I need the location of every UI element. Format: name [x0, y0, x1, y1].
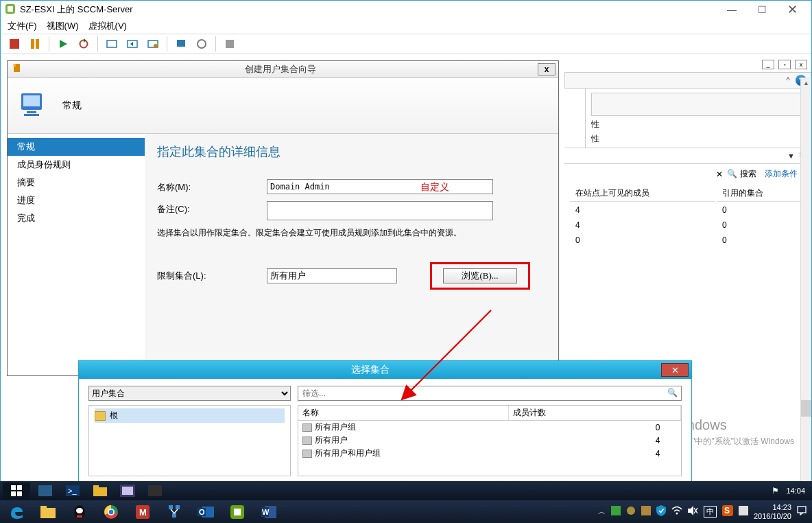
svg-point-17: [13, 64, 16, 67]
table-row[interactable]: 40: [570, 218, 806, 232]
host-word-button[interactable]: W: [254, 502, 284, 522]
host-app-network[interactable]: [159, 502, 189, 522]
collection-table: 在站点上可见的成员 引用的集合 40 40 00: [569, 184, 807, 248]
inner-close-button[interactable]: x: [795, 60, 807, 69]
col-count[interactable]: 成员计数: [509, 406, 681, 421]
tray-app-icon-2[interactable]: [626, 506, 636, 518]
filter-input[interactable]: [298, 386, 682, 401]
browse-button[interactable]: 浏览(B)...: [443, 268, 517, 283]
col-name[interactable]: 名称: [298, 406, 509, 421]
nav-membership[interactable]: 成员身份规则: [8, 156, 145, 174]
svg-rect-34: [122, 487, 133, 495]
host-edge-button[interactable]: [1, 502, 32, 522]
guest-tray-flag-icon[interactable]: ⚑: [772, 486, 779, 496]
pause-icon[interactable]: [28, 37, 42, 51]
svg-rect-66: [739, 506, 748, 515]
tray-sogou-icon[interactable]: S: [722, 505, 733, 518]
close-button[interactable]: ✕: [777, 1, 807, 18]
menu-vm[interactable]: 虚拟机(V): [88, 20, 127, 32]
guest-start-button[interactable]: [3, 483, 30, 499]
add-condition-link[interactable]: 添加条件 ▼: [765, 168, 806, 180]
guest-task-console[interactable]: [143, 483, 167, 499]
clear-search-button[interactable]: ✕: [716, 170, 723, 179]
host-clock[interactable]: 14:23 2016/10/20: [754, 503, 791, 521]
stop-icon[interactable]: [8, 37, 21, 51]
tree-root-item[interactable]: 根: [95, 408, 285, 423]
host-app-red[interactable]: M: [128, 502, 158, 522]
svg-point-60: [676, 513, 678, 515]
col-visible-members[interactable]: 在站点上可见的成员: [570, 185, 715, 202]
tray-ime-label[interactable]: 中: [704, 506, 717, 518]
maximize-button[interactable]: ☐: [747, 1, 777, 18]
svg-rect-1: [8, 6, 13, 12]
collection-type-select[interactable]: 用户集合: [88, 386, 291, 401]
tray-shield-icon[interactable]: [656, 505, 666, 518]
tray-wifi-icon[interactable]: [671, 506, 682, 518]
host-vsphere-button[interactable]: [222, 502, 252, 522]
wizard-titlebar: 创建用户集合向导 x: [8, 61, 558, 78]
table-row[interactable]: 00: [570, 233, 806, 247]
snapshot-revert-icon[interactable]: [126, 37, 139, 51]
host-qq-button[interactable]: [64, 502, 95, 522]
limit-input: [267, 268, 397, 283]
collection-tree[interactable]: 根: [88, 405, 291, 476]
snapshot-manage-icon[interactable]: [146, 37, 160, 51]
guest-task-explorer[interactable]: [88, 483, 112, 499]
search-icon[interactable]: 🔍: [667, 388, 678, 397]
nav-complete[interactable]: 完成: [8, 209, 145, 227]
search-button[interactable]: 🔍 搜索: [727, 168, 756, 180]
guest-task-powershell[interactable]: >_: [60, 483, 85, 499]
scrollbar[interactable]: ▲: [800, 78, 811, 481]
wizard-header: 常规: [8, 78, 558, 134]
svg-marker-5: [60, 40, 67, 48]
svg-rect-37: [40, 506, 47, 509]
tray-app-icon-3[interactable]: [641, 506, 651, 518]
scroll-up-icon[interactable]: ▲: [801, 78, 811, 89]
snapshot-icon[interactable]: [105, 37, 119, 51]
list-item[interactable]: 所有用户组0: [298, 421, 681, 434]
tray-volume-icon[interactable]: [688, 506, 698, 518]
floppy-icon[interactable]: [223, 37, 237, 51]
tray-app-icon[interactable]: [611, 506, 621, 518]
col-referenced[interactable]: 引用的集合: [717, 185, 806, 202]
list-item[interactable]: 所有用户和用户组4: [298, 447, 681, 460]
guest-task-sccm[interactable]: [115, 483, 140, 499]
tray-chevron-icon[interactable]: ︿: [598, 507, 606, 517]
menu-file[interactable]: 文件(F): [8, 20, 37, 32]
guest-task-servermanager[interactable]: [33, 483, 58, 499]
name-input[interactable]: [267, 179, 493, 194]
play-icon[interactable]: [56, 37, 70, 51]
svg-rect-20: [27, 111, 36, 113]
selcoll-close-button[interactable]: ✕: [661, 363, 689, 377]
svg-rect-4: [36, 39, 39, 49]
list-item[interactable]: 所有用户4: [298, 434, 681, 447]
dropdown-icon[interactable]: ▼: [787, 152, 795, 160]
table-row[interactable]: 40: [570, 203, 806, 217]
wizard-nav: 常规 成员身份规则 摘要 进度 完成: [8, 134, 145, 375]
tray-notifications-icon[interactable]: [797, 506, 807, 518]
cdrom-icon[interactable]: [195, 37, 208, 51]
host-outlook-button[interactable]: O: [191, 502, 221, 522]
svg-rect-27: [17, 491, 22, 496]
svg-rect-24: [11, 485, 16, 490]
panel-label-1: 性: [591, 119, 599, 129]
guest-clock[interactable]: 14:04: [786, 487, 805, 495]
host-chrome-button[interactable]: [96, 502, 126, 522]
ribbon-chevron-icon[interactable]: ^: [786, 75, 790, 85]
restart-icon[interactable]: [77, 37, 91, 51]
comment-input[interactable]: [267, 201, 493, 220]
nav-general[interactable]: 常规: [8, 138, 145, 156]
svg-rect-28: [38, 485, 52, 496]
nav-summary[interactable]: 摘要: [8, 174, 145, 191]
menu-view[interactable]: 视图(W): [47, 20, 79, 32]
nav-progress[interactable]: 进度: [8, 191, 145, 209]
minimize-button[interactable]: —: [717, 1, 747, 18]
host-explorer-button[interactable]: [33, 502, 63, 522]
inner-minimize-button[interactable]: _: [762, 60, 774, 69]
svg-rect-35: [148, 485, 162, 496]
tray-note-icon[interactable]: [739, 506, 748, 518]
console-icon[interactable]: [174, 37, 188, 51]
wizard-close-button[interactable]: x: [538, 63, 556, 75]
svg-rect-19: [23, 95, 40, 106]
inner-restore-button[interactable]: ▫: [778, 60, 791, 69]
